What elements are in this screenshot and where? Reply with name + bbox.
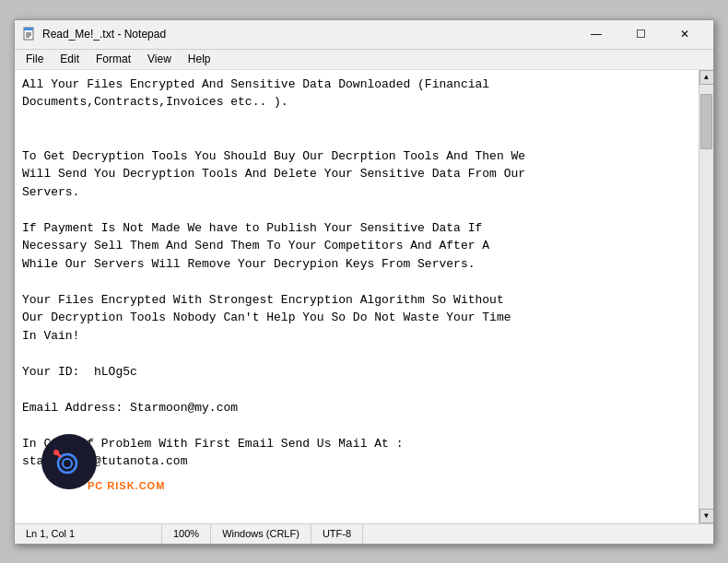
status-line-col: Ln 1, Col 1 [15, 524, 162, 544]
menu-view[interactable]: View [140, 51, 179, 67]
status-line-ending: Windows (CRLF) [211, 524, 311, 544]
minimize-button[interactable]: — [575, 21, 617, 47]
scroll-thumb[interactable] [700, 94, 712, 149]
status-bar: Ln 1, Col 1 100% Windows (CRLF) UTF-8 [15, 523, 713, 544]
vertical-scrollbar[interactable]: ▲ ▼ [699, 70, 713, 523]
title-bar: Read_Me!_.txt - Notepad — ☐ ✕ [15, 20, 713, 50]
scroll-track[interactable] [699, 85, 713, 509]
menu-format[interactable]: Format [88, 51, 138, 67]
window-title: Read_Me!_.txt - Notepad [42, 28, 166, 41]
svg-rect-1 [24, 28, 33, 30]
text-editor[interactable]: All Your Files Encrypted And Sensitive D… [15, 70, 699, 523]
content-area: All Your Files Encrypted And Sensitive D… [15, 70, 713, 523]
window-controls: — ☐ ✕ [575, 21, 706, 47]
status-encoding: UTF-8 [311, 524, 363, 544]
menu-file[interactable]: File [18, 51, 51, 67]
scroll-down-button[interactable]: ▼ [699, 509, 714, 523]
menu-bar: File Edit Format View Help [15, 50, 713, 70]
close-button[interactable]: ✕ [663, 21, 706, 47]
status-zoom: 100% [162, 524, 211, 544]
maximize-button[interactable]: ☐ [619, 21, 662, 47]
notepad-window: Read_Me!_.txt - Notepad — ☐ ✕ File Edit … [14, 19, 714, 545]
menu-help[interactable]: Help [181, 51, 218, 67]
menu-edit[interactable]: Edit [53, 51, 87, 67]
notepad-icon [22, 27, 37, 41]
scroll-up-button[interactable]: ▲ [699, 70, 714, 85]
title-bar-left: Read_Me!_.txt - Notepad [22, 27, 166, 41]
